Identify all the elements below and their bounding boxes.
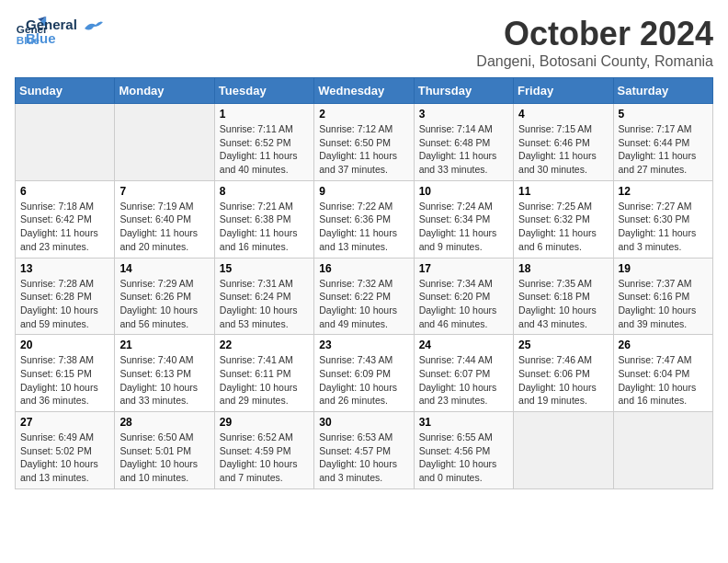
bird-icon	[83, 19, 103, 36]
day-number: 28	[119, 416, 209, 429]
calendar-cell	[514, 412, 613, 489]
day-detail: Sunrise: 7:31 AM Sunset: 6:24 PM Dayligh…	[220, 277, 309, 331]
day-number: 31	[419, 416, 508, 429]
day-number: 8	[220, 185, 309, 198]
day-number: 22	[220, 339, 309, 351]
day-detail: Sunrise: 7:32 AM Sunset: 6:22 PM Dayligh…	[319, 277, 408, 331]
day-detail: Sunrise: 7:21 AM Sunset: 6:38 PM Dayligh…	[220, 200, 309, 254]
calendar-header-saturday: Saturday	[613, 78, 712, 104]
day-detail: Sunrise: 7:43 AM Sunset: 6:09 PM Dayligh…	[319, 353, 408, 408]
calendar-cell: 1Sunrise: 7:11 AM Sunset: 6:52 PM Daylig…	[214, 104, 313, 181]
calendar-cell: 3Sunrise: 7:14 AM Sunset: 6:48 PM Daylig…	[414, 104, 513, 181]
calendar-cell	[115, 104, 214, 181]
calendar-cell: 19Sunrise: 7:37 AM Sunset: 6:16 PM Dayli…	[613, 258, 712, 335]
calendar-week-4: 20Sunrise: 7:38 AM Sunset: 6:15 PM Dayli…	[16, 335, 713, 412]
calendar-cell: 26Sunrise: 7:47 AM Sunset: 6:04 PM Dayli…	[613, 335, 712, 412]
calendar-header-monday: Monday	[115, 78, 214, 104]
logo-text-block: General Blue	[26, 17, 77, 47]
calendar-cell: 29Sunrise: 6:52 AM Sunset: 4:59 PM Dayli…	[214, 412, 313, 489]
subtitle: Dangeni, Botosani County, Romania	[476, 53, 713, 70]
calendar-cell	[613, 412, 712, 489]
day-number: 16	[319, 262, 408, 275]
calendar-header-row: SundayMondayTuesdayWednesdayThursdayFrid…	[16, 78, 713, 104]
calendar-cell: 7Sunrise: 7:19 AM Sunset: 6:40 PM Daylig…	[115, 180, 214, 258]
day-number: 4	[518, 108, 608, 121]
day-number: 17	[419, 262, 508, 275]
logo: General Blue General Blue	[15, 15, 103, 48]
calendar-cell: 8Sunrise: 7:21 AM Sunset: 6:38 PM Daylig…	[214, 180, 313, 258]
day-detail: Sunrise: 7:12 AM Sunset: 6:50 PM Dayligh…	[319, 122, 408, 177]
calendar-week-1: 1Sunrise: 7:11 AM Sunset: 6:52 PM Daylig…	[16, 104, 713, 181]
day-detail: Sunrise: 7:37 AM Sunset: 6:16 PM Dayligh…	[619, 277, 708, 331]
calendar-week-5: 27Sunrise: 6:49 AM Sunset: 5:02 PM Dayli…	[16, 412, 713, 489]
calendar-table: SundayMondayTuesdayWednesdayThursdayFrid…	[15, 77, 713, 489]
day-number: 1	[220, 108, 309, 121]
calendar-cell: 14Sunrise: 7:29 AM Sunset: 6:26 PM Dayli…	[115, 258, 214, 335]
calendar-cell: 23Sunrise: 7:43 AM Sunset: 6:09 PM Dayli…	[314, 335, 414, 412]
calendar-cell: 24Sunrise: 7:44 AM Sunset: 6:07 PM Dayli…	[414, 335, 513, 412]
day-number: 14	[119, 262, 209, 275]
day-number: 29	[220, 416, 309, 429]
day-detail: Sunrise: 7:29 AM Sunset: 6:26 PM Dayligh…	[119, 277, 209, 331]
day-number: 26	[619, 339, 708, 351]
calendar-header-tuesday: Tuesday	[214, 78, 313, 104]
day-detail: Sunrise: 7:24 AM Sunset: 6:34 PM Dayligh…	[419, 200, 508, 254]
day-detail: Sunrise: 7:27 AM Sunset: 6:30 PM Dayligh…	[619, 200, 708, 254]
calendar-cell: 10Sunrise: 7:24 AM Sunset: 6:34 PM Dayli…	[414, 180, 513, 258]
day-detail: Sunrise: 7:11 AM Sunset: 6:52 PM Dayligh…	[220, 122, 309, 177]
calendar-cell: 13Sunrise: 7:28 AM Sunset: 6:28 PM Dayli…	[16, 258, 115, 335]
calendar-cell: 2Sunrise: 7:12 AM Sunset: 6:50 PM Daylig…	[314, 104, 414, 181]
calendar-cell: 5Sunrise: 7:17 AM Sunset: 6:44 PM Daylig…	[613, 104, 712, 181]
day-detail: Sunrise: 7:46 AM Sunset: 6:06 PM Dayligh…	[518, 353, 608, 408]
day-number: 15	[220, 262, 309, 275]
day-number: 6	[20, 185, 109, 198]
calendar-cell: 16Sunrise: 7:32 AM Sunset: 6:22 PM Dayli…	[314, 258, 414, 335]
day-number: 7	[119, 185, 209, 198]
calendar-header-thursday: Thursday	[414, 78, 513, 104]
day-number: 11	[518, 185, 608, 198]
day-detail: Sunrise: 7:25 AM Sunset: 6:32 PM Dayligh…	[518, 200, 608, 254]
calendar-cell	[16, 104, 115, 181]
day-number: 2	[319, 108, 408, 121]
calendar-cell: 31Sunrise: 6:55 AM Sunset: 4:56 PM Dayli…	[414, 412, 513, 489]
calendar-cell: 18Sunrise: 7:35 AM Sunset: 6:18 PM Dayli…	[514, 258, 613, 335]
day-number: 23	[319, 339, 408, 351]
day-number: 12	[619, 185, 708, 198]
calendar-cell: 27Sunrise: 6:49 AM Sunset: 5:02 PM Dayli…	[16, 412, 115, 489]
day-number: 24	[419, 339, 508, 351]
day-detail: Sunrise: 7:22 AM Sunset: 6:36 PM Dayligh…	[319, 200, 408, 254]
day-detail: Sunrise: 6:55 AM Sunset: 4:56 PM Dayligh…	[419, 431, 508, 485]
calendar-cell: 17Sunrise: 7:34 AM Sunset: 6:20 PM Dayli…	[414, 258, 513, 335]
day-number: 13	[20, 262, 109, 275]
calendar-header-wednesday: Wednesday	[314, 78, 414, 104]
day-detail: Sunrise: 7:38 AM Sunset: 6:15 PM Dayligh…	[20, 353, 109, 408]
day-detail: Sunrise: 7:14 AM Sunset: 6:48 PM Dayligh…	[419, 122, 508, 177]
day-number: 30	[319, 416, 408, 429]
day-number: 27	[20, 416, 109, 429]
day-number: 10	[419, 185, 508, 198]
calendar-cell: 30Sunrise: 6:53 AM Sunset: 4:57 PM Dayli…	[314, 412, 414, 489]
day-number: 20	[20, 339, 109, 351]
day-detail: Sunrise: 6:49 AM Sunset: 5:02 PM Dayligh…	[20, 431, 109, 485]
calendar-header-sunday: Sunday	[16, 78, 115, 104]
day-detail: Sunrise: 7:47 AM Sunset: 6:04 PM Dayligh…	[619, 353, 708, 408]
day-detail: Sunrise: 7:44 AM Sunset: 6:07 PM Dayligh…	[419, 353, 508, 408]
day-number: 5	[619, 108, 708, 121]
calendar-cell: 28Sunrise: 6:50 AM Sunset: 5:01 PM Dayli…	[115, 412, 214, 489]
day-number: 21	[119, 339, 209, 351]
day-detail: Sunrise: 6:50 AM Sunset: 5:01 PM Dayligh…	[119, 431, 209, 485]
calendar-cell: 11Sunrise: 7:25 AM Sunset: 6:32 PM Dayli…	[514, 180, 613, 258]
logo-blue: Blue	[26, 30, 77, 46]
day-detail: Sunrise: 7:41 AM Sunset: 6:11 PM Dayligh…	[220, 353, 309, 408]
calendar-cell: 22Sunrise: 7:41 AM Sunset: 6:11 PM Dayli…	[214, 335, 313, 412]
calendar-cell: 9Sunrise: 7:22 AM Sunset: 6:36 PM Daylig…	[314, 180, 414, 258]
day-detail: Sunrise: 7:35 AM Sunset: 6:18 PM Dayligh…	[518, 277, 608, 331]
day-detail: Sunrise: 7:18 AM Sunset: 6:42 PM Dayligh…	[20, 200, 109, 254]
calendar-cell: 20Sunrise: 7:38 AM Sunset: 6:15 PM Dayli…	[16, 335, 115, 412]
calendar-cell: 12Sunrise: 7:27 AM Sunset: 6:30 PM Dayli…	[613, 180, 712, 258]
day-number: 9	[319, 185, 408, 198]
day-detail: Sunrise: 7:40 AM Sunset: 6:13 PM Dayligh…	[119, 353, 209, 408]
page-header: General Blue General Blue October 2024 D…	[15, 15, 713, 70]
title-block: October 2024 Dangeni, Botosani County, R…	[476, 15, 713, 70]
calendar-cell: 25Sunrise: 7:46 AM Sunset: 6:06 PM Dayli…	[514, 335, 613, 412]
